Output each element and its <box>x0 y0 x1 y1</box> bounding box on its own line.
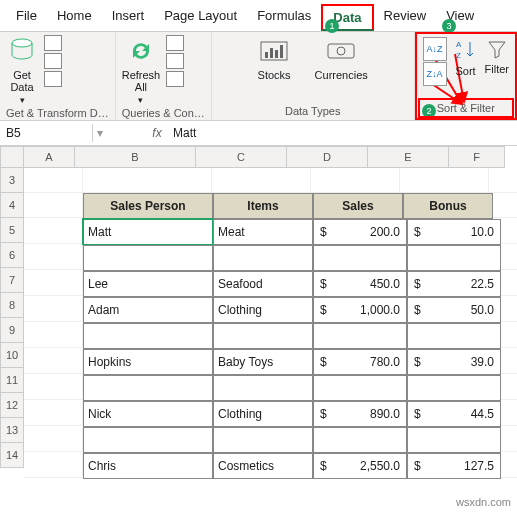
tab-page-layout[interactable]: Page Layout <box>154 4 247 31</box>
cell-A11[interactable] <box>24 375 83 400</box>
cell-A13[interactable] <box>24 427 83 452</box>
tab-insert[interactable]: Insert <box>102 4 155 31</box>
cell-F14[interactable] <box>501 453 517 478</box>
cell-A8[interactable] <box>24 297 83 322</box>
tab-review[interactable]: Review <box>374 4 437 31</box>
row-header-3[interactable]: 3 <box>0 168 24 193</box>
cell-A4[interactable] <box>24 193 83 218</box>
row-header-14[interactable]: 14 <box>0 443 24 468</box>
cell-item-10[interactable]: Baby Toys <box>213 349 313 375</box>
header-items[interactable]: Items <box>213 193 313 219</box>
cell-person-5[interactable]: Matt <box>83 219 213 245</box>
from-text-icon[interactable] <box>44 35 62 51</box>
cell-A3[interactable] <box>24 168 83 193</box>
cell-A6[interactable] <box>24 245 83 270</box>
row-header-4[interactable]: 4 <box>0 193 24 218</box>
cell-item-14[interactable]: Cosmetics <box>213 453 313 479</box>
cell-item-7[interactable]: Seafood <box>213 271 313 297</box>
cell-sales-11[interactable] <box>313 375 407 401</box>
cell-sales-6[interactable] <box>313 245 407 271</box>
cell-sales-13[interactable] <box>313 427 407 453</box>
connections-icon[interactable] <box>166 35 184 51</box>
cell-A14[interactable] <box>24 453 83 478</box>
properties-icon[interactable] <box>166 53 184 69</box>
cell-B3[interactable] <box>83 168 212 193</box>
cell-sales-14[interactable]: $2,550.0 <box>313 453 407 479</box>
header-bonus[interactable]: Bonus <box>403 193 493 219</box>
cell-F3[interactable] <box>489 168 517 193</box>
cell-person-12[interactable]: Nick <box>83 401 213 427</box>
row-header-10[interactable]: 10 <box>0 343 24 368</box>
cell-bonus-12[interactable]: $44.5 <box>407 401 501 427</box>
cell-A10[interactable] <box>24 349 83 374</box>
cell-sales-5[interactable]: $200.0 <box>313 219 407 245</box>
currencies-button[interactable]: Currencies <box>315 35 368 81</box>
cell-person-7[interactable]: Lee <box>83 271 213 297</box>
cell-F12[interactable] <box>501 401 517 426</box>
cell-item-6[interactable] <box>213 245 313 271</box>
cell-F6[interactable] <box>501 245 517 270</box>
cell-person-10[interactable]: Hopkins <box>83 349 213 375</box>
cell-bonus-10[interactable]: $39.0 <box>407 349 501 375</box>
cell-person-13[interactable] <box>83 427 213 453</box>
row-header-9[interactable]: 9 <box>0 318 24 343</box>
cell-bonus-9[interactable] <box>407 323 501 349</box>
cell-person-9[interactable] <box>83 323 213 349</box>
row-header-11[interactable]: 11 <box>0 368 24 393</box>
cell-sales-10[interactable]: $780.0 <box>313 349 407 375</box>
cell-sales-7[interactable]: $450.0 <box>313 271 407 297</box>
stocks-button[interactable]: Stocks <box>258 35 291 81</box>
cell-person-6[interactable] <box>83 245 213 271</box>
cell-F13[interactable] <box>501 427 517 452</box>
from-table-icon[interactable] <box>44 71 62 87</box>
cell-F9[interactable] <box>501 323 517 348</box>
col-header-D[interactable]: D <box>287 146 368 168</box>
row-header-6[interactable]: 6 <box>0 243 24 268</box>
cell-sales-8[interactable]: $1,000.0 <box>313 297 407 323</box>
cell-A7[interactable] <box>24 271 83 296</box>
refresh-all-button[interactable]: Refresh All▾ <box>122 35 161 105</box>
col-header-A[interactable]: A <box>24 146 75 168</box>
cell-item-13[interactable] <box>213 427 313 453</box>
cell-bonus-11[interactable] <box>407 375 501 401</box>
cell-F5[interactable] <box>501 219 517 244</box>
col-header-F[interactable]: F <box>449 146 505 168</box>
get-data-button[interactable]: Get Data▾ <box>6 35 38 105</box>
row-header-8[interactable]: 8 <box>0 293 24 318</box>
formula-input[interactable]: Matt <box>167 124 517 142</box>
tab-formulas[interactable]: Formulas <box>247 4 321 31</box>
col-header-E[interactable]: E <box>368 146 449 168</box>
cell-F4[interactable] <box>493 193 517 218</box>
filter-button[interactable]: Filter <box>485 37 509 75</box>
header-sales-person[interactable]: Sales Person <box>83 193 213 219</box>
chevron-down-icon[interactable]: ▾ <box>93 126 107 140</box>
cell-A9[interactable] <box>24 323 83 348</box>
cell-bonus-8[interactable]: $50.0 <box>407 297 501 323</box>
cell-A12[interactable] <box>24 401 83 426</box>
cell-person-8[interactable]: Adam <box>83 297 213 323</box>
edit-links-icon[interactable] <box>166 71 184 87</box>
row-header-12[interactable]: 12 <box>0 393 24 418</box>
name-box[interactable]: B5 <box>0 124 93 142</box>
cell-F8[interactable] <box>501 297 517 322</box>
from-web-icon[interactable] <box>44 53 62 69</box>
cell-sales-12[interactable]: $890.0 <box>313 401 407 427</box>
col-header-B[interactable]: B <box>75 146 196 168</box>
sort-za-button[interactable]: Z↓A <box>423 62 447 86</box>
cell-F10[interactable] <box>501 349 517 374</box>
row-header-7[interactable]: 7 <box>0 268 24 293</box>
cell-bonus-6[interactable] <box>407 245 501 271</box>
cell-item-12[interactable]: Clothing <box>213 401 313 427</box>
row-header-13[interactable]: 13 <box>0 418 24 443</box>
sort-az-button[interactable]: A↓Z <box>423 37 447 61</box>
col-header-C[interactable]: C <box>196 146 287 168</box>
fx-icon[interactable]: fx <box>147 126 167 140</box>
header-sales[interactable]: Sales <box>313 193 403 219</box>
cell-bonus-13[interactable] <box>407 427 501 453</box>
cell-person-14[interactable]: Chris <box>83 453 213 479</box>
cell-bonus-7[interactable]: $22.5 <box>407 271 501 297</box>
cell-item-8[interactable]: Clothing <box>213 297 313 323</box>
cell-item-9[interactable] <box>213 323 313 349</box>
cell-C3[interactable] <box>212 168 311 193</box>
cell-F11[interactable] <box>501 375 517 400</box>
